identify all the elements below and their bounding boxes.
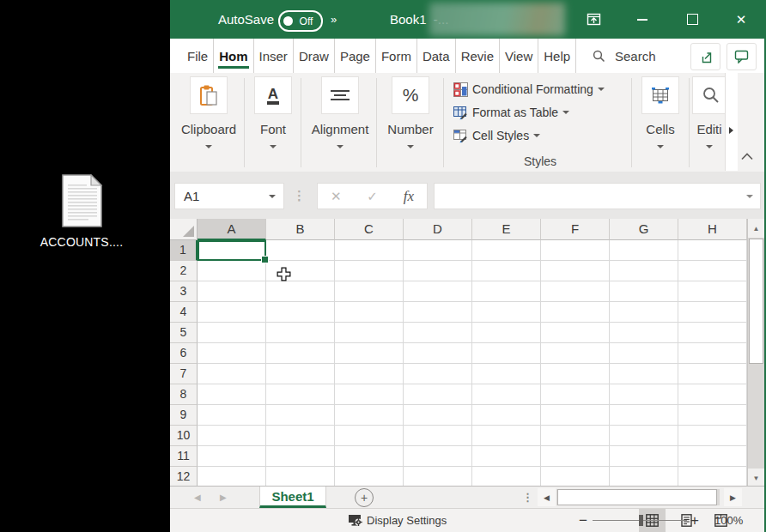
row-header-6[interactable]: 6	[170, 343, 198, 364]
number-icon-button[interactable]: %	[392, 76, 429, 114]
row-header-12[interactable]: 12	[170, 467, 198, 486]
autosave-toggle[interactable]: Off	[278, 10, 323, 32]
more-arrow-icon[interactable]	[729, 127, 733, 134]
new-sheet-button[interactable]: +	[355, 488, 374, 507]
font-group-button[interactable]: A Font	[246, 73, 301, 172]
zoom-level[interactable]: 100%	[714, 509, 743, 532]
font-icon-button[interactable]: A	[254, 76, 292, 114]
row-header-9[interactable]: 9	[170, 405, 198, 426]
tab-bar-splitter[interactable]: ⋮	[522, 487, 533, 508]
tab-file[interactable]: File	[182, 39, 214, 73]
display-settings-button[interactable]: Display Settings	[348, 509, 447, 532]
cancel-icon[interactable]: ✕	[331, 189, 342, 204]
row-header-5[interactable]: 5	[170, 323, 198, 343]
search-box[interactable]: Search	[593, 39, 656, 73]
column-header-C[interactable]: C	[335, 219, 404, 240]
zoom-in-button[interactable]: +	[690, 509, 699, 532]
column-header-H[interactable]: H	[678, 219, 747, 240]
row-header-10[interactable]: 10	[170, 426, 198, 446]
column-header-A[interactable]: A	[198, 219, 266, 240]
tab-page-layout[interactable]: Page	[335, 39, 376, 73]
formula-bar-splitter[interactable]: ⋮	[293, 183, 306, 208]
tab-view[interactable]: View	[500, 39, 538, 73]
tab-help[interactable]: Help	[538, 39, 576, 73]
vertical-scrollbar[interactable]: ▲ ▼	[747, 219, 764, 486]
tab-formulas[interactable]: Form	[376, 39, 417, 73]
horizontal-scrollbar[interactable]	[556, 489, 720, 505]
cell-cursor	[277, 267, 291, 281]
minimize-button[interactable]	[626, 0, 659, 39]
desktop-file-accounts[interactable]: ACCOUNTS....	[29, 174, 134, 249]
fill-handle[interactable]	[261, 256, 269, 263]
maximize-icon	[687, 14, 698, 25]
column-header-F[interactable]: F	[541, 219, 610, 240]
column-header-E[interactable]: E	[472, 219, 541, 240]
sheet-next-button[interactable]: ▶	[220, 487, 227, 508]
chevron-down-icon	[598, 88, 605, 91]
maximize-button[interactable]	[676, 0, 708, 39]
scroll-right-button[interactable]: ▶	[724, 488, 742, 506]
clipboard-icon-button[interactable]	[190, 76, 228, 114]
ribbon-display-options-button[interactable]	[577, 0, 610, 39]
scroll-up-button[interactable]: ▲	[748, 219, 764, 238]
editing-group-button[interactable]: Editi	[692, 73, 726, 172]
format-as-table-button[interactable]: Format as Table	[453, 102, 569, 123]
formula-expand-icon[interactable]	[746, 195, 753, 198]
zoom-slider-thumb[interactable]	[639, 515, 643, 526]
tab-data[interactable]: Data	[417, 39, 456, 73]
row-header-4[interactable]: 4	[170, 302, 198, 323]
tab-review[interactable]: Revie	[456, 39, 500, 73]
name-box-dropdown-icon[interactable]	[269, 195, 276, 198]
cells-group-button[interactable]: Cells	[640, 73, 681, 172]
name-box[interactable]: A1	[174, 183, 284, 209]
number-group-label: Number	[380, 122, 441, 136]
number-group-button[interactable]: % Number	[380, 73, 441, 172]
insert-function-icon[interactable]: fx	[404, 188, 414, 205]
tab-draw[interactable]: Draw	[294, 39, 335, 73]
conditional-formatting-button[interactable]: Conditional Formatting	[453, 79, 605, 100]
close-button[interactable]: ✕	[725, 0, 757, 39]
row-header-7[interactable]: 7	[170, 364, 198, 384]
group-separator	[689, 78, 690, 167]
vertical-scroll-thumb[interactable]	[749, 239, 763, 364]
collapse-ribbon-icon[interactable]	[740, 152, 754, 160]
comments-button[interactable]	[726, 43, 757, 70]
row-header-2[interactable]: 2	[170, 261, 198, 281]
column-header-B[interactable]: B	[266, 219, 335, 240]
group-separator	[631, 78, 632, 167]
chevron-down-icon	[657, 145, 664, 148]
group-separator	[301, 78, 301, 167]
zoom-out-button[interactable]: −	[579, 509, 587, 532]
clipboard-icon	[198, 84, 220, 107]
scroll-left-icon: ◀	[544, 493, 550, 502]
sheet-tab-sheet1[interactable]: Sheet1	[259, 487, 326, 508]
row-header-3[interactable]: 3	[170, 281, 198, 302]
quick-access-overflow-icon[interactable]: »	[331, 0, 335, 39]
cell-styles-label: Cell Styles	[472, 129, 529, 142]
status-bar: Display Settings	[170, 508, 766, 532]
select-all-corner[interactable]	[170, 219, 198, 240]
cell-styles-button[interactable]: Cell Styles	[453, 125, 540, 146]
selected-cell-A1[interactable]	[198, 240, 266, 261]
alignment-icon-button[interactable]	[321, 76, 359, 114]
formula-input[interactable]	[434, 183, 761, 209]
share-button[interactable]	[690, 43, 720, 70]
scroll-down-button[interactable]: ▼	[748, 469, 764, 486]
scroll-left-button[interactable]: ◀	[538, 488, 556, 506]
row-header-1[interactable]: 1	[170, 240, 198, 261]
horizontal-scroll-thumb[interactable]	[557, 489, 717, 505]
tab-insert[interactable]: Inser	[254, 39, 294, 73]
enter-icon[interactable]: ✓	[367, 189, 378, 204]
cells-icon-button[interactable]	[641, 76, 679, 114]
clipboard-group-button[interactable]: Clipboard	[175, 73, 242, 172]
minimize-icon	[637, 19, 647, 21]
alignment-group-button[interactable]: Alignment	[304, 73, 376, 172]
row-header-11[interactable]: 11	[170, 446, 198, 467]
editing-icon-button[interactable]	[692, 76, 726, 114]
sheet-prev-button[interactable]: ◀	[194, 487, 201, 508]
column-header-D[interactable]: D	[404, 219, 472, 240]
tab-home[interactable]: Hom	[214, 39, 253, 73]
column-header-G[interactable]: G	[610, 219, 678, 240]
zoom-in-icon: +	[690, 512, 699, 529]
row-header-8[interactable]: 8	[170, 384, 198, 405]
